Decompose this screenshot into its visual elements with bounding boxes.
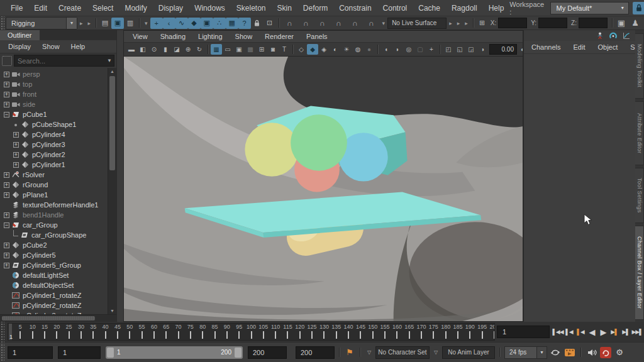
mask-deformers-button[interactable]: ▣: [201, 18, 213, 29]
construction-history-icon[interactable]: ▣: [615, 18, 628, 29]
anim-layer-field[interactable]: No Anim Layer: [442, 346, 495, 359]
outliner-filter-icon[interactable]: [2, 56, 12, 66]
film-gate-icon[interactable]: ▭: [222, 44, 233, 55]
toolbar-grip[interactable]: [0, 343, 4, 362]
snap-point-button[interactable]: ∩: [314, 18, 331, 29]
outliner-menu-display[interactable]: Display: [3, 43, 36, 50]
outliner-item-pCylinder1[interactable]: +pCylinder1: [0, 160, 108, 170]
anim-layer-menu-icon[interactable]: ▽: [431, 349, 440, 355]
expander-plus-icon[interactable]: +: [4, 102, 9, 107]
outliner-menu-show[interactable]: Show: [36, 43, 65, 50]
side-tab-modeling-toolkit[interactable]: Modeling Toolkit: [635, 33, 644, 99]
timeline-ruler[interactable]: 1 51015202530354045505560657075808590951…: [8, 323, 495, 341]
channel-box-menu-channels[interactable]: Channels: [525, 43, 567, 51]
mask-curves-button[interactable]: ∿: [175, 18, 188, 29]
menu-set-dropdown[interactable]: Rigging ▾: [6, 17, 77, 30]
select-tool-icon[interactable]: +: [426, 44, 437, 55]
menu-skin[interactable]: Skin: [272, 4, 297, 13]
side-tab-tool-settings[interactable]: Tool Settings: [635, 168, 644, 223]
menu-skeleton[interactable]: Skeleton: [231, 4, 272, 13]
scroll-up-icon[interactable]: ▲: [108, 68, 116, 75]
collapse-arrow-icon[interactable]: ▸: [77, 20, 86, 26]
scrollbar-thumb[interactable]: [109, 76, 115, 170]
camera-attributes-icon[interactable]: ⊙: [148, 44, 160, 55]
viewport-menu-shading[interactable]: Shading: [154, 33, 192, 40]
xray-active-icon[interactable]: ◗: [392, 44, 403, 55]
expander-plus-icon[interactable]: +: [4, 263, 9, 268]
expander-plus-icon[interactable]: +: [13, 162, 19, 168]
outliner-menu-help[interactable]: Help: [65, 43, 91, 50]
workspace-lock-button[interactable]: [633, 2, 644, 14]
menu-cache[interactable]: Cache: [413, 4, 446, 13]
select-camera-icon[interactable]: ▬: [126, 44, 137, 55]
motion-blur-icon[interactable]: ●: [364, 44, 375, 55]
outliner-item-pCylinder4[interactable]: +pCylinder4: [0, 129, 108, 140]
menu-ragdoll[interactable]: Ragdoll: [446, 4, 483, 13]
step-forward-key-button[interactable]: ▶▌: [609, 324, 620, 340]
field-chart-icon[interactable]: ⊞: [256, 44, 267, 55]
textured-icon[interactable]: ◈: [318, 44, 330, 55]
workspace-dropdown[interactable]: My Default* ▾: [550, 2, 628, 14]
select-hierarchy-button[interactable]: ▤: [99, 18, 111, 29]
outliner-item-persp[interactable]: +persp: [0, 69, 108, 79]
viewport-menu-view[interactable]: View: [126, 33, 154, 40]
wireframe-icon[interactable]: ◇: [296, 44, 307, 55]
isolate-add-icon[interactable]: ◱: [454, 44, 465, 55]
go-to-end-button[interactable]: ▶▶▌: [631, 324, 643, 340]
add-bookmark-button[interactable]: ⚑: [344, 348, 355, 357]
search-input[interactable]: [14, 57, 105, 65]
viewport-menu-show[interactable]: Show: [229, 33, 259, 40]
select-object-button[interactable]: ▣: [111, 18, 124, 29]
toolbar-grip[interactable]: [0, 322, 4, 342]
wheel-yellow[interactable]: [245, 123, 299, 176]
shadows-icon[interactable]: ☀: [341, 44, 352, 55]
collapse-arrow-icon[interactable]: ▸: [86, 20, 94, 26]
select-component-button[interactable]: ▥: [124, 18, 136, 29]
range-slider-left-handle[interactable]: [107, 348, 114, 358]
exposure-field[interactable]: 0.00: [489, 44, 517, 55]
resolution-gate-icon[interactable]: ▣: [233, 44, 245, 55]
horizontal-scrollbar[interactable]: [0, 314, 116, 322]
current-frame-field[interactable]: 1: [497, 326, 550, 338]
snap-view-plane-button[interactable]: ∩: [347, 18, 364, 29]
collapse-arrow-icon[interactable]: ▸: [462, 20, 470, 26]
collapse-arrow-icon[interactable]: ▸: [455, 20, 463, 26]
mute-audio-button[interactable]: [586, 346, 598, 359]
humanik-icon[interactable]: ♟: [629, 18, 641, 29]
menu-deform[interactable]: Deform: [297, 4, 333, 13]
loop-mode-button[interactable]: [549, 346, 562, 359]
outliner-item-pCube1[interactable]: −pCube1: [0, 109, 108, 119]
occlusion-icon[interactable]: ◍: [352, 44, 364, 55]
step-forward-frame-button[interactable]: ▶▌: [620, 324, 631, 340]
expander-minus-icon[interactable]: −: [4, 222, 9, 228]
mask-surfaces-button[interactable]: ◆: [188, 18, 201, 29]
y-coordinate-field[interactable]: [538, 18, 567, 28]
chevron-down-icon[interactable]: ▾: [66, 18, 77, 29]
playback-end-field[interactable]: 200: [248, 346, 287, 359]
outliner-item-car_rGroupShape[interactable]: car_rGroupShape: [0, 230, 108, 240]
outliner-item-pCylinder5[interactable]: +pCylinder5: [0, 250, 108, 260]
highlight-selection-icon[interactable]: ⊡: [264, 18, 276, 29]
expander-plus-icon[interactable]: +: [4, 192, 9, 198]
isolate-select-icon[interactable]: ◰: [443, 44, 454, 55]
mask-rendering-button[interactable]: ▦: [226, 18, 238, 29]
play-backwards-button[interactable]: ◀: [586, 324, 597, 340]
expander-plus-icon[interactable]: +: [4, 212, 9, 218]
x-coordinate-field[interactable]: [498, 18, 527, 28]
chevron-down-icon[interactable]: ▾: [536, 347, 547, 358]
animation-start-field[interactable]: 1: [8, 346, 53, 359]
figure-icon[interactable]: [596, 32, 604, 40]
gamma-icon[interactable]: ◐: [517, 44, 523, 55]
image-plane-icon[interactable]: ◪: [171, 44, 182, 55]
expander-plus-icon[interactable]: +: [4, 182, 9, 188]
character-set-menu-icon[interactable]: ▽: [365, 349, 374, 355]
outliner-item-rSolver[interactable]: +rSolver: [0, 170, 108, 180]
viewport-menu-panels[interactable]: Panels: [300, 33, 334, 40]
expander-plus-icon[interactable]: +: [4, 172, 9, 178]
channel-box-menu-edit[interactable]: Edit: [567, 43, 591, 51]
xray-icon[interactable]: ◖: [380, 44, 392, 55]
rigging-target-icon[interactable]: ⊞: [476, 18, 489, 29]
menu-file[interactable]: File: [5, 4, 28, 13]
channel-box-menu-object[interactable]: Object: [591, 43, 624, 51]
expander-plus-icon[interactable]: +: [4, 72, 9, 77]
